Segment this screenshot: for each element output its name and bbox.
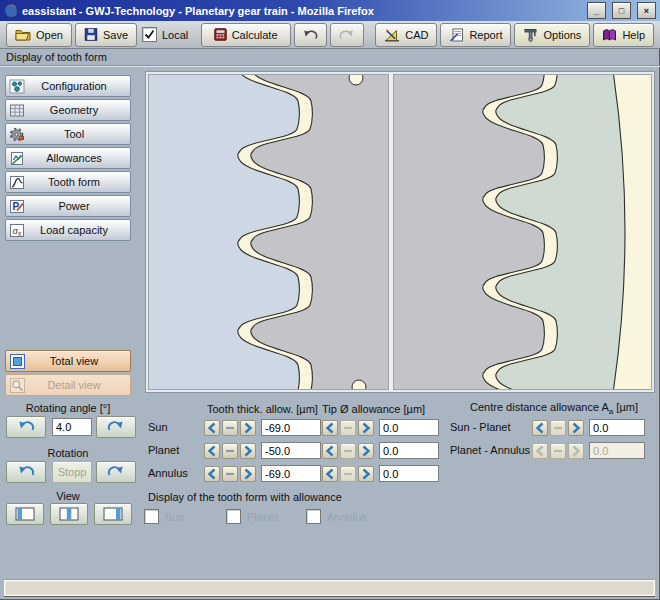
reset-button[interactable] [222, 420, 238, 436]
geometry-icon [6, 103, 28, 118]
sidebar-item-tooth-form[interactable]: Tooth form [5, 171, 131, 193]
maximize-button[interactable]: □ [612, 2, 631, 19]
reset-button[interactable] [340, 443, 356, 459]
rotate-cw-icon [107, 465, 125, 479]
rotate-ccw-icon [17, 465, 35, 479]
calculator-icon [214, 28, 227, 41]
decrease-button[interactable] [532, 420, 548, 436]
annulus-tip-input[interactable] [379, 465, 439, 482]
cad-button[interactable]: CAD [375, 23, 437, 47]
local-label: Local [162, 29, 188, 41]
sun-tip-input[interactable] [379, 419, 439, 436]
planet-tip-spinner [322, 442, 439, 459]
sidebar-item-load-capacity[interactable]: σx Load capacity [5, 219, 131, 241]
help-book-icon [602, 28, 617, 41]
minimize-button[interactable]: _ [587, 2, 606, 19]
row-label-sun: Sun [148, 421, 168, 433]
calculate-button[interactable]: Calculate [201, 23, 291, 47]
sun-tooth-thick-input[interactable] [261, 419, 321, 436]
planet-checkbox[interactable] [226, 509, 241, 524]
view-center-button[interactable] [50, 503, 88, 525]
decrease-button[interactable] [322, 420, 338, 436]
allowance-checkbox-sun: Sun [144, 509, 185, 524]
rotating-angle-input[interactable] [52, 418, 92, 436]
row-label-planet: Planet [148, 444, 179, 456]
planet-tooth-thick-spinner [204, 442, 321, 459]
decrease-button[interactable] [532, 443, 548, 459]
increase-button[interactable] [240, 443, 256, 459]
toolbar: Open Save Local Calcul [0, 21, 660, 49]
increase-button[interactable] [240, 420, 256, 436]
rotation-stop-button[interactable]: Stopp [52, 461, 92, 483]
open-folder-icon [15, 28, 31, 41]
rotation-ccw-button[interactable] [6, 461, 46, 483]
reset-button[interactable] [340, 466, 356, 482]
planet-tip-input[interactable] [379, 442, 439, 459]
sidebar-item-configuration[interactable]: Configuration [5, 75, 131, 97]
view-right-button[interactable] [94, 503, 132, 525]
increase-button[interactable] [358, 466, 374, 482]
reset-button[interactable] [222, 466, 238, 482]
window-title: eassistant - GWJ-Technology - Planetary … [22, 5, 581, 17]
save-button[interactable]: Save [75, 23, 137, 47]
magnifier-icon [6, 378, 28, 393]
options-button[interactable]: Options [514, 23, 590, 47]
close-button[interactable]: × [637, 2, 656, 19]
rotate-cw-icon [107, 420, 125, 434]
page-title-bar: Display of tooth form [0, 49, 660, 66]
planet-annulus-centre-input [589, 442, 645, 459]
increase-button[interactable] [240, 466, 256, 482]
increase-button[interactable] [568, 443, 584, 459]
page-title: Display of tooth form [6, 51, 107, 63]
planet-annulus-mesh-view [393, 74, 652, 390]
reset-button[interactable] [550, 443, 566, 459]
undo-button[interactable] [294, 23, 328, 47]
increase-button[interactable] [568, 420, 584, 436]
sun-tooth-thick-spinner [204, 419, 321, 436]
sun-planet-mesh-view [148, 74, 389, 390]
reset-button[interactable] [222, 443, 238, 459]
increase-button[interactable] [358, 443, 374, 459]
annulus-tooth-thick-spinner [204, 465, 321, 482]
planet-tooth-thick-input[interactable] [261, 442, 321, 459]
local-checkbox[interactable] [142, 27, 157, 42]
local-checkbox-group: Local [142, 27, 188, 42]
annulus-tooth-thick-input[interactable] [261, 465, 321, 482]
sidebar-item-tool[interactable]: Tool [5, 123, 131, 145]
sidebar-item-power[interactable]: P Power [5, 195, 131, 217]
view-left-icon [15, 507, 35, 521]
decrease-button[interactable] [322, 466, 338, 482]
sun-planet-centre-spinner [532, 419, 645, 436]
rotate-ccw-step-button[interactable] [6, 416, 46, 438]
view-right-icon [103, 507, 123, 521]
decrease-button[interactable] [204, 420, 220, 436]
reset-button[interactable] [550, 420, 566, 436]
decrease-button[interactable] [322, 443, 338, 459]
reset-button[interactable] [340, 420, 356, 436]
annulus-tip-spinner [322, 465, 439, 482]
rotation-cw-button[interactable] [96, 461, 136, 483]
decrease-button[interactable] [204, 443, 220, 459]
total-view-icon [6, 354, 28, 369]
help-button[interactable]: Help [593, 23, 654, 47]
view-left-button[interactable] [6, 503, 44, 525]
sun-checkbox[interactable] [144, 509, 159, 524]
tooth-form-display [146, 72, 654, 392]
report-button[interactable]: Report [440, 23, 511, 47]
increase-button[interactable] [358, 420, 374, 436]
detail-view-button[interactable]: Detail view [5, 374, 131, 396]
configuration-icon [6, 79, 28, 94]
decrease-button[interactable] [204, 466, 220, 482]
open-button[interactable]: Open [6, 23, 72, 47]
total-view-button[interactable]: Total view [5, 350, 131, 372]
tip-allowance-header: Tip Ø allowance [µm] [322, 403, 425, 415]
redo-button[interactable] [330, 23, 364, 47]
annulus-checkbox[interactable] [306, 509, 321, 524]
sun-planet-centre-input[interactable] [589, 419, 645, 436]
sidebar-item-geometry[interactable]: Geometry [5, 99, 131, 121]
rotate-cw-step-button[interactable] [96, 416, 136, 438]
firefox-icon [4, 4, 18, 18]
sidebar-item-allowances[interactable]: Allowances [5, 147, 131, 169]
planet-annulus-centre-spinner [532, 442, 645, 459]
options-clamp-icon [523, 28, 538, 42]
